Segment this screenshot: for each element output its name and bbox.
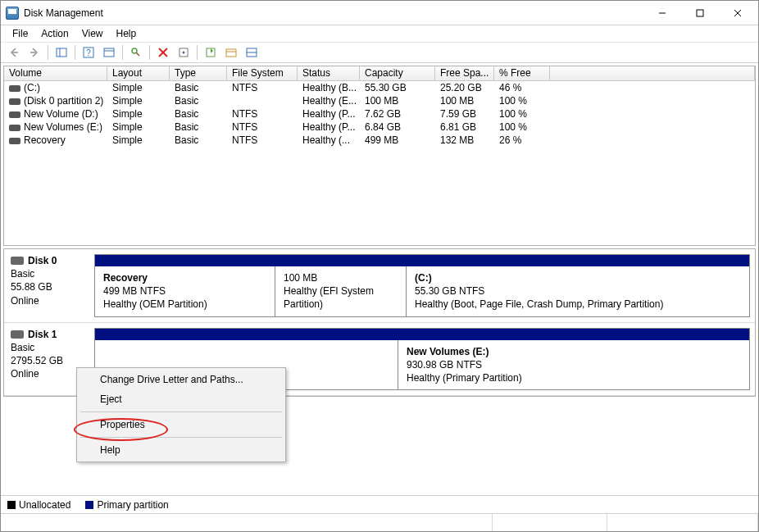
partition[interactable]: 100 MBHealthy (EFI System Partition) (275, 266, 407, 316)
col-pctfree[interactable]: % Free (494, 66, 550, 80)
partition[interactable]: (C:)55.30 GB NTFSHealthy (Boot, Page Fil… (407, 266, 749, 316)
forward-icon[interactable] (25, 43, 44, 61)
menubar: File Action View Help (1, 25, 758, 42)
properties-icon[interactable] (174, 43, 193, 61)
minimize-button[interactable] (643, 2, 681, 25)
back-icon[interactable] (4, 43, 24, 61)
help-icon[interactable]: ? (79, 43, 98, 61)
close-button[interactable] (719, 2, 757, 25)
volume-icon (9, 125, 20, 131)
toolbar-separator (48, 45, 48, 60)
volume-row[interactable]: (C:)SimpleBasicNTFSHealthy (B...55.30 GB… (4, 81, 755, 94)
toolbar-separator (149, 45, 150, 60)
toolbar-separator (197, 45, 198, 60)
col-status[interactable]: Status (298, 66, 360, 80)
partition-bar-header (95, 255, 749, 266)
toolbar-separator (122, 45, 123, 60)
disk-row: Disk 0Basic55.88 GBOnlineRecovery499 MB … (4, 249, 755, 323)
volume-list-header: Volume Layout Type File System Status Ca… (4, 66, 755, 81)
rescan-icon[interactable] (201, 43, 220, 61)
volume-icon (9, 138, 20, 144)
volume-icon (9, 111, 20, 118)
volume-icon (9, 98, 20, 105)
menu-view[interactable]: View (75, 26, 110, 41)
volume-list: Volume Layout Type File System Status Ca… (3, 66, 756, 246)
partition-bar: Recovery499 MB NTFSHealthy (OEM Partitio… (94, 254, 750, 317)
ctx-eject[interactable]: Eject (77, 389, 285, 409)
ctx-change-drive-letter[interactable]: Change Drive Letter and Paths... (77, 370, 285, 389)
col-filesystem[interactable]: File System (227, 66, 298, 80)
volume-row[interactable]: New Volume (D:)SimpleBasicNTFSHealthy (P… (4, 107, 755, 120)
volume-icon (9, 85, 20, 92)
volume-row[interactable]: RecoverySimpleBasicNTFSHealthy (...499 M… (4, 134, 755, 147)
col-free[interactable]: Free Spa... (435, 66, 494, 80)
disk-icon (11, 330, 24, 339)
disk-icon (11, 257, 24, 265)
toolbar-separator (75, 45, 75, 60)
col-capacity[interactable]: Capacity (360, 66, 435, 80)
titlebar: Disk Management (1, 1, 758, 25)
svg-rect-1 (697, 10, 703, 16)
partition[interactable]: New Volumes (E:)930.98 GB NTFSHealthy (P… (398, 340, 749, 390)
action-icon[interactable] (221, 43, 241, 61)
svg-point-15 (183, 52, 185, 54)
legend-primary: Primary partition (85, 499, 168, 511)
volume-row[interactable]: New Volumes (E:)SimpleBasicNTFSHealthy (… (4, 120, 755, 134)
col-spacer (550, 66, 755, 80)
legend-unallocated: Unallocated (7, 499, 70, 511)
menu-file[interactable]: File (6, 26, 34, 41)
col-volume[interactable]: Volume (4, 66, 107, 80)
ctx-properties[interactable]: Properties (77, 415, 285, 434)
show-hide-console-tree-icon[interactable] (52, 43, 71, 61)
ctx-separator (80, 412, 282, 412)
refresh-icon[interactable] (126, 43, 146, 61)
list-icon[interactable] (242, 43, 261, 61)
disk-info[interactable]: Disk 0Basic55.88 GBOnline (4, 249, 89, 322)
partition-bar-header (95, 329, 749, 340)
toolbar: ? (1, 42, 758, 63)
svg-rect-17 (226, 49, 236, 57)
delete-icon[interactable] (153, 43, 173, 61)
volume-list-blank (4, 147, 755, 245)
menu-help[interactable]: Help (110, 26, 143, 41)
legend-bar: Unallocated Primary partition (1, 495, 758, 513)
svg-rect-4 (57, 48, 66, 57)
context-menu: Change Drive Letter and Paths... Eject P… (76, 367, 286, 462)
partition[interactable]: Recovery499 MB NTFSHealthy (OEM Partitio… (95, 266, 275, 316)
volume-row[interactable]: (Disk 0 partition 2)SimpleBasicHealthy (… (4, 94, 755, 107)
statusbar (1, 513, 758, 531)
settings-icon[interactable] (99, 43, 119, 61)
app-icon (6, 7, 19, 20)
maximize-button[interactable] (681, 2, 719, 25)
menu-action[interactable]: Action (34, 26, 75, 41)
ctx-help[interactable]: Help (77, 440, 285, 460)
window-title: Disk Management (24, 7, 643, 19)
ctx-separator (80, 437, 282, 438)
svg-line-11 (136, 52, 139, 56)
col-layout[interactable]: Layout (107, 66, 170, 80)
svg-rect-8 (104, 48, 114, 57)
col-type[interactable]: Type (170, 66, 227, 80)
svg-text:?: ? (86, 48, 91, 57)
